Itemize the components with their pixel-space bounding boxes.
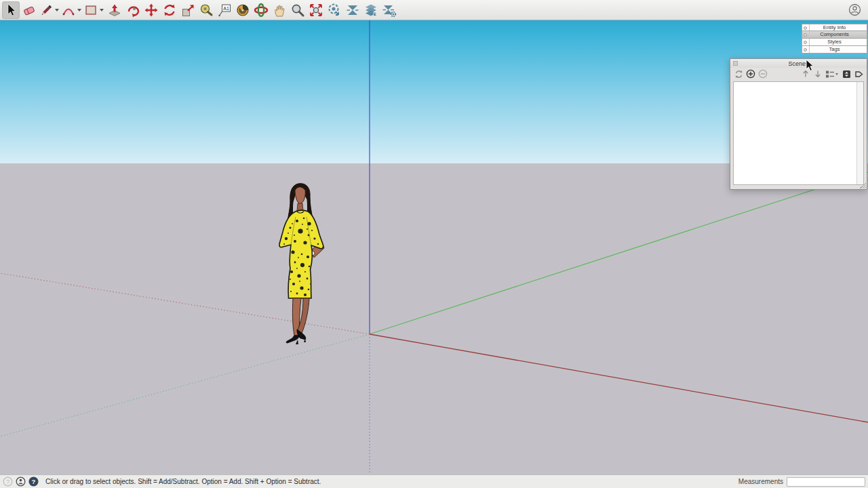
green-axis-solid [370,172,868,334]
pencil-icon [39,3,54,18]
red-axis-solid [370,334,868,422]
follow-me-tool-button[interactable] [124,1,142,19]
move-tool-button[interactable] [142,1,160,19]
orbit-icon [254,3,269,18]
eraser-tool-button[interactable] [20,1,38,19]
add-scene-button[interactable] [745,68,756,79]
remove-scene-button[interactable] [757,68,768,79]
zoom-extents-tool-button[interactable] [307,1,325,19]
account-icon [848,3,861,16]
scale-icon [180,3,195,18]
tape-measure-icon [199,3,214,18]
hourglass-gear-tool-button[interactable] [380,1,398,19]
panel-resize-grip[interactable] [860,182,866,188]
text-icon: A1 [217,3,232,18]
scale-figure-person[interactable] [270,182,338,348]
tray-disc-icon [804,48,807,52]
tray-item-components[interactable]: Components [802,31,867,39]
panel-tray: Entity Info Components Styles Tags [802,24,867,54]
refresh-icon [734,70,743,79]
pan-tool-button[interactable] [271,1,288,19]
pan-hand-icon [272,3,287,18]
svg-text:?: ? [6,479,9,485]
eraser-icon [22,3,37,18]
rectangle-dropdown-arrow-icon[interactable] [100,9,104,12]
follow-me-icon [125,3,140,18]
arrow-down-icon [814,70,821,78]
tray-item-tags[interactable]: Tags [802,46,867,54]
minus-circle-icon [758,69,768,79]
tray-item-styles[interactable]: Styles [802,39,867,46]
select-arrow-icon [3,3,18,18]
hourglass-tool-button[interactable] [344,1,361,19]
tray-divider [809,24,810,30]
scenes-scrollbar[interactable] [856,82,863,184]
account-button[interactable] [848,3,861,16]
help-question-icon: ? [28,476,39,487]
scenes-titlebar[interactable]: Scenes [730,59,867,68]
status-hint-text: Click or drag to select objects. Shift =… [45,478,321,485]
credits-status-button[interactable] [16,476,26,487]
svg-text:?: ? [32,478,36,485]
tray-disc-icon [804,26,807,30]
tray-divider [809,46,810,53]
scenes-collapse-widget[interactable] [733,61,738,66]
rotate-tool-button[interactable] [161,1,178,19]
expand-right-arrow-icon [854,70,863,79]
measurements-label: Measurements [738,478,783,485]
tray-label: Entity Info [823,25,846,30]
measurements-input[interactable] [787,477,865,487]
arc-tool-button[interactable] [61,1,83,19]
main-toolbar: A1 [0,0,868,20]
arc-dropdown-arrow-icon[interactable] [77,9,81,12]
person-circle-icon [16,476,26,487]
model-viewport[interactable]: Entity Info Components Styles Tags Scene… [0,20,868,474]
plus-circle-icon [746,69,755,79]
tray-divider [809,39,810,45]
zoom-tool-button[interactable] [289,1,307,19]
help-status-button[interactable]: ? [28,476,39,487]
select-tool-button[interactable] [2,1,20,19]
paint-bucket-icon [235,3,250,18]
expand-panel-button[interactable] [853,68,864,79]
layer-stack-tool-button[interactable] [362,1,380,19]
tray-disc-icon [804,41,807,44]
tray-label: Components [820,32,849,37]
rotate-icon [162,3,177,18]
blue-hourglass-gear-icon [382,3,397,18]
globe-arrow-tool-button[interactable] [326,1,343,19]
green-axis-dotted [0,334,370,436]
scenes-panel: Scenes [730,58,867,190]
line-tool-button[interactable] [39,1,60,19]
orbit-tool-button[interactable] [252,1,270,19]
line-dropdown-arrow-icon[interactable] [55,9,59,12]
push-pull-tool-button[interactable] [106,1,123,19]
tray-disc-icon [804,33,807,37]
arc-icon [61,3,76,18]
show-details-button[interactable] [841,68,852,79]
paint-bucket-tool-button[interactable] [234,1,252,19]
update-scene-button[interactable] [733,68,744,79]
tray-label: Tags [829,47,840,52]
blue-hourglass-icon [345,3,360,18]
blue-globe-arrow-icon [327,3,342,18]
list-view-options-icon [825,70,839,79]
move-icon [144,3,159,18]
text-tool-button[interactable]: A1 [216,1,233,19]
blue-layers-icon [363,3,378,18]
tray-label: Styles [827,39,841,45]
question-circle-outline-icon: ? [3,476,13,487]
tape-measure-tool-button[interactable] [197,1,215,19]
scenes-list[interactable] [733,81,864,185]
push-pull-icon [107,3,122,18]
tray-divider [809,31,810,38]
rectangle-tool-button[interactable] [83,1,105,19]
geolocation-status-button[interactable]: ? [3,476,13,487]
scale-tool-button[interactable] [179,1,197,19]
rectangle-icon [83,3,98,18]
scenes-toolbar [730,68,867,80]
mouse-cursor-icon [806,59,814,72]
tray-item-entity-info[interactable]: Entity Info [802,24,867,31]
view-options-button[interactable] [825,68,840,79]
zoom-extents-icon [309,3,323,18]
